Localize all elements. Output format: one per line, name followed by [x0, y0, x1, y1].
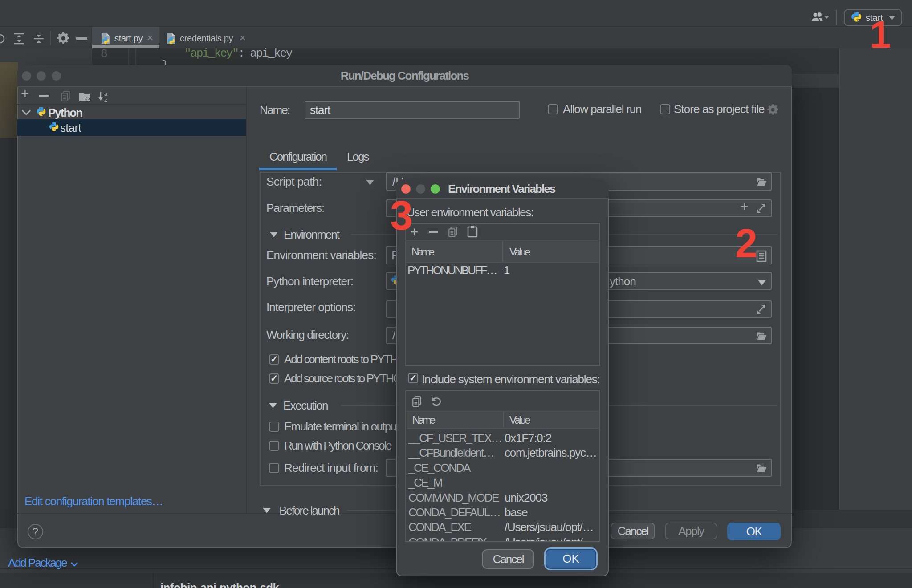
svg-text:a: a — [104, 90, 108, 97]
svg-text:z: z — [104, 97, 107, 103]
